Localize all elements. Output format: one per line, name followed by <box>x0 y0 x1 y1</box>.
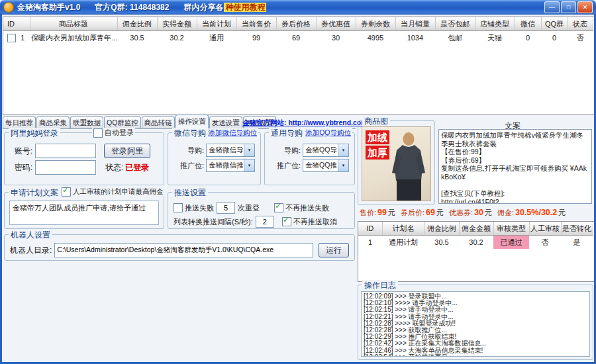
sale-price-value: 99 <box>377 208 387 217</box>
chevron-down-icon[interactable]: ▼ <box>244 159 254 171</box>
plan-copy-textbox[interactable]: 金猪帝万人团队成员推广申请,请给予通过 <box>9 201 159 225</box>
retry-suffix-label: 次重登 <box>238 203 260 213</box>
tab-product-collect[interactable]: 商品采集 <box>36 116 70 128</box>
col-current-plan[interactable]: 当前计划 <box>197 17 236 31</box>
manual-review-label: 人工审核的计划申请最高佣金 <box>73 187 164 197</box>
operation-log-box[interactable]: [12:02:09] >>> 登录联盟中... [12:02:10] >>>> … <box>361 291 590 357</box>
col-status[interactable]: 状态 <box>568 17 593 31</box>
wechat-guide-select[interactable]: 金猪微信导购▼ <box>206 144 255 157</box>
push-interval-input[interactable] <box>256 216 274 228</box>
no-repush-cancel-label: 不再推送取消 <box>293 217 337 227</box>
coupon-unit: 元 <box>485 208 492 218</box>
plan-col-commission-amount[interactable]: 佣金金额 <box>459 222 493 236</box>
after-coupon-unit: 元 <box>436 208 444 218</box>
cell-product-title: 保暖内衣男加绒加厚青年... <box>30 31 117 45</box>
col-shop-type[interactable]: 店铺类型 <box>475 17 515 31</box>
price-info-row: 售价: 99 元 券后价: 69 元 优惠券: 30 元 佣金: 30.5%/3… <box>360 208 593 218</box>
col-product-title[interactable]: 商品标题 <box>30 17 117 31</box>
password-input[interactable] <box>35 160 96 175</box>
cell-current-plan: 通用 <box>197 31 236 45</box>
col-current-price[interactable]: 当前售价 <box>236 17 276 31</box>
plan-copy-group: 申请计划文案 ✓ 人工审核的计划申请最高佣金 金猪帝万人团队成员推广申请,请给予… <box>4 192 164 229</box>
qq-promo-select[interactable]: 金猪QQ推广位_通用▼ <box>303 159 349 172</box>
robot-dir-label: 机器人目录: <box>10 245 52 256</box>
chevron-down-icon[interactable]: ▼ <box>338 144 348 156</box>
operation-log-legend: 操作日志 <box>362 280 398 291</box>
tab-qq-monitor[interactable]: QQ群监控 <box>104 116 141 128</box>
col-wechat[interactable]: 微信 <box>515 17 541 31</box>
plan-table-row[interactable]: 1 通用计划 30.5 30.2 已通过 否 是 <box>358 236 593 250</box>
close-icon: ✕ <box>583 5 588 11</box>
col-free-shipping[interactable]: 是否包邮 <box>435 17 475 31</box>
commission-unit: 元 <box>558 208 566 218</box>
col-id[interactable]: ID <box>3 17 30 31</box>
run-button[interactable]: 运行 <box>319 243 349 257</box>
col-coupon-remaining[interactable]: 券剩余数 <box>356 17 395 31</box>
plan-table-header: ID 计划名 佣金比例 佣金金额 审核类型 人工审核 是否转化 <box>358 222 593 236</box>
col-qq-group[interactable]: QQ群 <box>541 17 568 31</box>
product-table-header: ID 商品标题 佣金比例 实得金额 当前计划 当前售价 券后价格 券优惠值 券剩… <box>3 17 593 31</box>
app-title: 金猪淘客助手v1.0 <box>17 2 80 13</box>
qq-guide-select[interactable]: 金猪QQ导购▼ <box>303 144 349 157</box>
add-qq-guide-link[interactable]: 添加QQ导购位 <box>304 128 352 138</box>
copy-text-box[interactable]: 保暖内衣男加绒加厚青年纯棉v领紧身学生潮冬季男士秋衣裤套装 【在售价:99】 【… <box>438 129 592 204</box>
wechat-guide-legend: 微信导购 <box>172 128 208 139</box>
model-photo <box>388 132 429 201</box>
commission-value: 30.5%/30.2 <box>515 208 557 217</box>
product-image-group: 商品图 加绒 加厚 <box>358 120 435 205</box>
alimama-login-legend: 阿里妈妈登录 <box>9 128 60 139</box>
manual-review-checkbox[interactable]: ✓ <box>62 187 71 197</box>
chevron-down-icon[interactable]: ▼ <box>338 159 348 171</box>
retry-count-input[interactable] <box>217 202 235 214</box>
auto-login-checkbox[interactable]: ✓ <box>93 128 103 138</box>
col-net-amount[interactable]: 实得金额 <box>157 17 197 31</box>
plan-cell-commission-amount: 30.2 <box>459 236 493 250</box>
plan-col-manual-review[interactable]: 人工审核 <box>529 222 561 236</box>
cell-coupon-price: 69 <box>276 31 316 45</box>
plan-col-id[interactable]: ID <box>358 222 382 236</box>
col-commission-ratio[interactable]: 佣金比例 <box>117 17 157 31</box>
push-fail-checkbox[interactable]: ✓ <box>174 203 183 212</box>
coupon-value: 30 <box>474 208 483 217</box>
wechat-guide-label: 导购: <box>174 146 204 156</box>
coupon-label: 优惠券: <box>449 208 473 218</box>
no-repush-cancel-checkbox[interactable]: ✓ <box>282 217 291 226</box>
cell-wechat: 0 <box>515 31 541 45</box>
tab-alliance-data[interactable]: 联盟数据 <box>70 116 103 128</box>
commission-label: 佣金: <box>497 208 514 218</box>
robot-path-input[interactable] <box>54 243 313 257</box>
login-ali-button[interactable]: 登录阿里 <box>104 144 150 158</box>
plan-col-commission-ratio[interactable]: 佣金比例 <box>424 222 459 236</box>
tab-operation-settings[interactable]: 操作设置 <box>175 114 209 128</box>
plan-col-review-type[interactable]: 审核类型 <box>493 222 529 236</box>
push-fail-label: 推送失败 <box>185 203 214 213</box>
col-monthly-sales[interactable]: 当月销量 <box>395 17 435 31</box>
col-coupon-price[interactable]: 券后价格 <box>276 17 316 31</box>
cell-status: 否 <box>568 31 593 45</box>
minimize-button[interactable]: — <box>544 1 560 13</box>
table-row[interactable]: ✓1 保暖内衣男加绒加厚青年... 30.5 30.2 通用 99 69 30 … <box>3 31 593 45</box>
tab-send-settings[interactable]: 发送设置 <box>209 116 242 128</box>
product-image-legend: 商品图 <box>362 116 390 127</box>
official-site-link[interactable]: 金猪官方网站: http://www.ybtrend.com/ <box>242 118 370 128</box>
add-wechat-guide-link[interactable]: 添加微信导购位 <box>207 128 259 138</box>
plan-col-converted[interactable]: 是否转化 <box>561 222 593 236</box>
close-button[interactable]: ✕ <box>577 1 593 13</box>
col-coupon-value[interactable]: 券优惠值 <box>316 17 356 31</box>
wechat-guide-group: 微信导购 添加微信导购位 导购: 金猪微信导购▼ 推广位: 金猪微信推广位_鹊桥… <box>168 132 261 185</box>
tab-daily-recommend[interactable]: 每日推荐 <box>3 116 36 128</box>
tab-strip: 每日推荐 商品采集 联盟数据 QQ群监控 商品转链 操作设置 发送设置 网站设置 <box>3 115 277 128</box>
maximize-button[interactable]: □ <box>561 1 576 13</box>
plan-col-name[interactable]: 计划名 <box>382 222 424 236</box>
row-checkbox[interactable]: ✓ <box>7 34 16 42</box>
qq-promo-selected: 金猪QQ推广位_通用 <box>305 161 337 170</box>
sale-price-unit: 元 <box>388 208 395 218</box>
check-icon: ✓ <box>283 216 289 224</box>
account-input[interactable] <box>35 144 96 158</box>
tab-product-link[interactable]: 商品转链 <box>142 116 175 128</box>
no-repush-fail-checkbox[interactable]: ✓ <box>274 203 283 212</box>
chevron-down-icon[interactable]: ▼ <box>244 144 254 156</box>
robot-settings-legend: 机器人设置 <box>9 230 52 241</box>
wechat-promo-select[interactable]: 金猪微信推广位_鹊桥▼ <box>206 159 255 172</box>
plan-table: ID 计划名 佣金比例 佣金金额 审核类型 人工审核 是否转化 1 通用计划 3… <box>358 221 595 282</box>
